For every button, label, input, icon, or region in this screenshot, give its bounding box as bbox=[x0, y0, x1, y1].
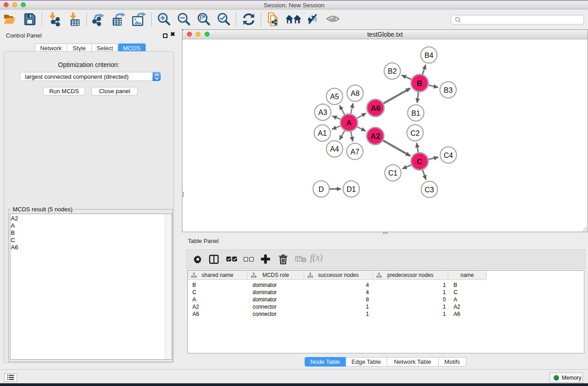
svg-text:A1: A1 bbox=[318, 129, 327, 137]
svg-text:C3: C3 bbox=[425, 186, 434, 194]
svg-text:A8: A8 bbox=[351, 90, 360, 97]
svg-text:A5: A5 bbox=[330, 93, 339, 100]
svg-text:A3: A3 bbox=[318, 109, 327, 116]
svg-text:B3: B3 bbox=[444, 86, 453, 94]
svg-text:A7: A7 bbox=[350, 148, 359, 156]
svg-text:D: D bbox=[319, 186, 324, 193]
svg-text:A4: A4 bbox=[330, 145, 339, 153]
svg-text:A: A bbox=[346, 119, 352, 127]
svg-text:B: B bbox=[417, 79, 422, 88]
svg-text:C2: C2 bbox=[411, 129, 420, 137]
svg-text:A6: A6 bbox=[371, 104, 381, 113]
svg-text:A2: A2 bbox=[370, 132, 380, 141]
svg-text:D1: D1 bbox=[347, 186, 356, 193]
svg-text:B4: B4 bbox=[425, 52, 434, 59]
svg-text:B2: B2 bbox=[388, 67, 397, 75]
svg-text:C4: C4 bbox=[444, 152, 453, 159]
svg-text:C1: C1 bbox=[388, 169, 398, 177]
svg-text:B1: B1 bbox=[411, 110, 421, 117]
svg-text:C: C bbox=[417, 157, 422, 166]
